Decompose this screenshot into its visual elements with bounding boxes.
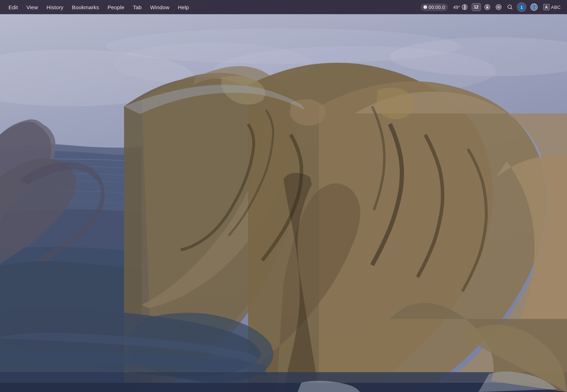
menu-tab[interactable]: Tab (129, 0, 146, 14)
menu-history[interactable]: History (42, 0, 68, 14)
record-time: 00:00.0 (429, 5, 445, 10)
record-dot-icon (423, 5, 427, 9)
menu-window[interactable]: Window (146, 0, 174, 14)
svg-point-5 (106, 28, 461, 64)
menu-bookmarks[interactable]: Bookmarks (68, 0, 103, 14)
password-manager-icon[interactable]: 1 (517, 2, 526, 12)
recording-indicator[interactable]: 00:00.0 (421, 4, 448, 11)
menu-edit[interactable]: Edit (4, 0, 22, 14)
menu-view[interactable]: View (22, 0, 42, 14)
safari-button[interactable] (528, 2, 540, 12)
svg-line-16 (511, 8, 512, 10)
temperature-value: 49° (453, 5, 460, 10)
search-button[interactable] (505, 2, 515, 12)
input-method-icon: A (543, 4, 550, 10)
lock-icon (484, 4, 490, 10)
svg-point-13 (498, 7, 499, 8)
system-icons: 00:00.0 49° 12 (421, 2, 563, 12)
screen-lock-button[interactable] (482, 2, 492, 12)
search-icon (507, 4, 513, 10)
temperature-display[interactable]: 49° (451, 2, 470, 12)
svg-rect-14 (498, 6, 499, 7)
menubar: Edit View History Bookmarks People Tab W… (0, 0, 567, 14)
tab-count-badge[interactable]: 12 (472, 3, 481, 11)
camera-icon (495, 4, 502, 10)
weather-icon (461, 4, 468, 10)
svg-rect-10 (486, 7, 488, 9)
globe-icon (530, 3, 538, 11)
input-method-label: ABC (551, 5, 561, 10)
svg-text:1: 1 (521, 6, 523, 10)
input-method-indicator[interactable]: A ABC (541, 2, 563, 12)
screenshot-button[interactable] (494, 2, 504, 12)
1password-icon: 1 (518, 4, 525, 11)
menu-help[interactable]: Help (174, 0, 193, 14)
menu-people[interactable]: People (103, 0, 129, 14)
